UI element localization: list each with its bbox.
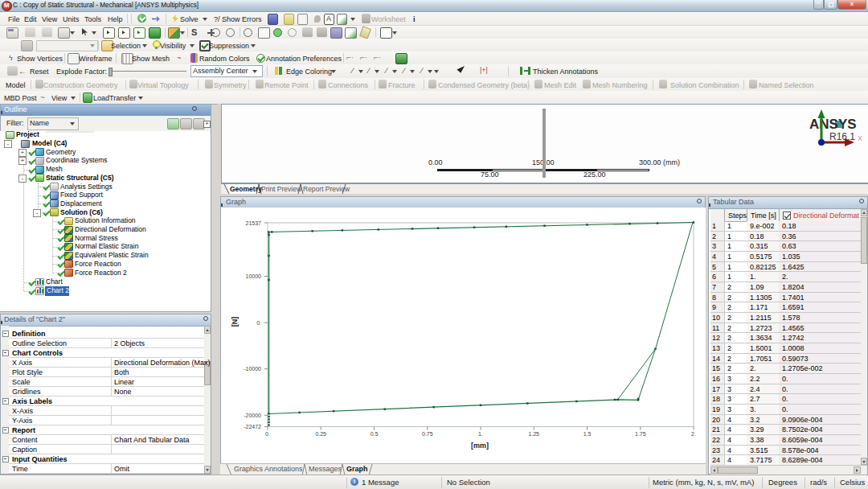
svg-text:21537: 21537 [246,220,262,226]
svg-text:-20000: -20000 [244,413,261,418]
svg-text:1.5: 1.5 [583,431,592,437]
svg-text:ANSYS: ANSYS [809,117,857,132]
svg-text:[N]: [N] [231,317,239,327]
svg-text:-22472: -22472 [244,424,261,429]
svg-text:-10000: -10000 [244,366,261,372]
svg-text:2.: 2. [691,431,696,437]
svg-text:0.5: 0.5 [371,431,379,437]
svg-text:X: X [858,134,862,142]
svg-text:0.: 0. [256,320,261,326]
svg-text:1.: 1. [478,431,483,437]
svg-text:1.75: 1.75 [635,431,646,437]
svg-text:R16.1: R16.1 [829,131,855,142]
svg-text:[mm]: [mm] [471,442,489,450]
svg-text:1.25: 1.25 [528,431,539,437]
svg-text:10000: 10000 [246,273,262,279]
svg-text:0.25: 0.25 [315,431,326,437]
svg-text:0.: 0. [265,431,270,437]
svg-text:0.75: 0.75 [422,431,433,437]
